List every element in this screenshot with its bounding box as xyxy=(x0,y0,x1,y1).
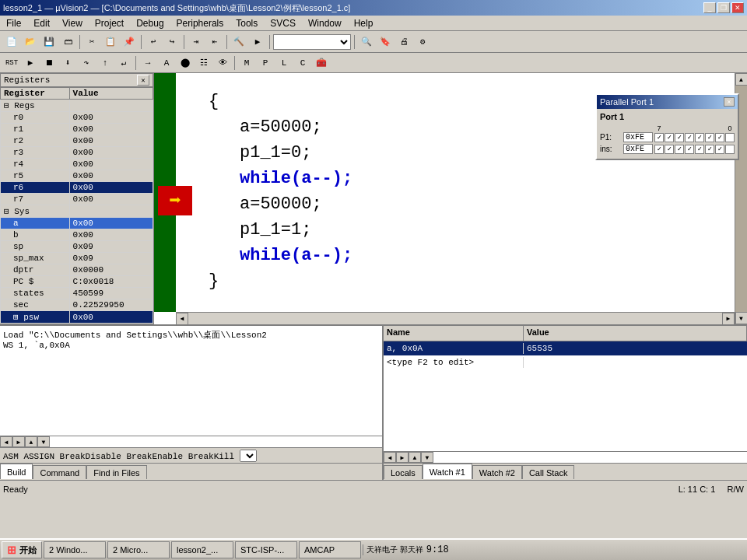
redo-button[interactable]: ↪ xyxy=(163,33,181,51)
step-button[interactable]: ⬇ xyxy=(59,54,76,72)
debug-button[interactable]: ▶ xyxy=(249,33,266,51)
print-button[interactable]: 🖨 xyxy=(395,33,412,51)
step-over-button[interactable]: ↷ xyxy=(78,54,95,72)
open-button[interactable]: 📂 xyxy=(22,33,39,51)
bookmark-button[interactable]: 🔖 xyxy=(377,33,394,51)
step-out-button[interactable]: ↑ xyxy=(96,54,114,72)
p1-bit3[interactable]: ✓ xyxy=(695,133,704,142)
ins-bit7[interactable]: ✓ xyxy=(654,145,664,154)
paste-button[interactable]: 📌 xyxy=(121,33,138,51)
new-button[interactable]: 📄 xyxy=(3,33,20,51)
taskbar-stcisp[interactable]: STC-ISP-... xyxy=(235,541,297,558)
menu-tools[interactable]: Tools xyxy=(233,17,261,30)
run-button[interactable]: ▶ xyxy=(22,54,39,72)
tab-build[interactable]: Build xyxy=(0,464,33,479)
taskbar-micro-label: 2 Micro... xyxy=(113,545,148,555)
ins-value-input[interactable] xyxy=(623,144,653,154)
p1-bit0[interactable] xyxy=(725,133,735,142)
minimize-button[interactable]: _ xyxy=(703,2,716,13)
menu-edit[interactable]: Edit xyxy=(30,17,53,30)
p1-bit5[interactable]: ✓ xyxy=(675,133,684,142)
indent-button[interactable]: ⇥ xyxy=(188,33,205,51)
p1-bit6[interactable]: ✓ xyxy=(665,133,674,142)
p1-bit4[interactable]: ✓ xyxy=(685,133,694,142)
ins-bit4[interactable]: ✓ xyxy=(685,145,694,154)
hscroll-right[interactable]: ▶ xyxy=(722,313,735,325)
copy-button[interactable]: 📋 xyxy=(102,33,119,51)
build-button[interactable]: 🔨 xyxy=(230,33,247,51)
save-all-button[interactable]: 🗃 xyxy=(59,33,76,51)
ins-bit0[interactable] xyxy=(725,145,735,154)
breakpoint-toggle[interactable]: ⬤ xyxy=(177,54,194,72)
search-button[interactable]: 🔍 xyxy=(358,33,375,51)
watch-window[interactable]: 👁 xyxy=(214,54,231,72)
close-button[interactable]: ✕ xyxy=(731,2,744,13)
vscroll-down[interactable]: ▼ xyxy=(735,312,748,324)
ins-bit3[interactable]: ✓ xyxy=(695,145,704,154)
p1-bit1[interactable]: ✓ xyxy=(715,133,724,142)
tab-locals[interactable]: Locals xyxy=(384,465,423,479)
toolbox[interactable]: 🧰 xyxy=(313,54,330,72)
cmd-dropdown[interactable] xyxy=(240,450,257,462)
tab-command[interactable]: Command xyxy=(33,465,86,479)
show-next-statement[interactable]: → xyxy=(139,54,156,72)
status-position: L: 11 C: 1 R/W xyxy=(679,485,744,494)
outdent-button[interactable]: ⇤ xyxy=(206,33,223,51)
menu-peripherals[interactable]: Peripherals xyxy=(174,17,227,30)
out-prev-btn[interactable]: ◀ xyxy=(0,436,12,447)
tab-find-in-files[interactable]: Find in Files xyxy=(86,465,146,479)
ins-bit5[interactable]: ✓ xyxy=(675,145,684,154)
out-next-btn[interactable]: ▶ xyxy=(12,436,25,447)
logic-analyzer[interactable]: L xyxy=(275,54,293,72)
watch-row-2[interactable]: <type F2 to edit> xyxy=(384,355,747,369)
watch-down-btn[interactable]: ▼ xyxy=(421,452,433,463)
code-coverage[interactable]: C xyxy=(294,54,311,72)
code-hscroll[interactable]: ◀ ▶ xyxy=(176,312,735,324)
menu-window[interactable]: Window xyxy=(305,17,345,30)
reset-button[interactable]: RST xyxy=(3,54,20,72)
restore-button[interactable]: ❐ xyxy=(717,2,730,13)
save-button[interactable]: 💾 xyxy=(40,33,58,51)
menu-help[interactable]: Help xyxy=(351,17,377,30)
out-up-btn[interactable]: ▲ xyxy=(25,436,37,447)
tab-watch2[interactable]: Watch #2 xyxy=(472,465,522,479)
memory-window[interactable]: M xyxy=(238,54,255,72)
ins-bit1[interactable]: ✓ xyxy=(715,145,724,154)
taskbar-windows[interactable]: 2 Windo... xyxy=(44,541,106,558)
target-dropdown[interactable] xyxy=(273,34,351,50)
menu-project[interactable]: Project xyxy=(92,17,127,30)
run-to-cursor-button[interactable]: ↵ xyxy=(115,54,132,72)
taskbar-amcap[interactable]: AMCAP xyxy=(299,541,361,558)
p1-bit2[interactable]: ✓ xyxy=(705,133,714,142)
menu-file[interactable]: File xyxy=(3,17,24,30)
hscroll-left[interactable]: ◀ xyxy=(176,313,188,325)
p1-value-input[interactable] xyxy=(623,132,653,142)
ins-bit2[interactable]: ✓ xyxy=(705,145,714,154)
watch-up-btn[interactable]: ▲ xyxy=(409,452,421,463)
reg-b-value: 0x00 xyxy=(69,229,153,241)
watch-row-1[interactable]: a, 0x0A 65535 xyxy=(384,341,747,355)
peripherals-button[interactable]: ⚙ xyxy=(414,33,431,51)
perf-analyzer[interactable]: P xyxy=(257,54,274,72)
stop-button[interactable]: ⏹ xyxy=(40,54,58,72)
tab-callstack[interactable]: Call Stack xyxy=(522,465,575,479)
enable-disable-asm[interactable]: A xyxy=(158,54,175,72)
dialog-close-button[interactable]: × xyxy=(724,97,735,107)
vscroll-up[interactable]: ▲ xyxy=(735,73,748,86)
start-button[interactable]: ⊞ 开始 xyxy=(2,541,42,558)
taskbar-lesson[interactable]: lesson2_... xyxy=(171,541,233,558)
watch-prev-btn[interactable]: ◀ xyxy=(384,452,396,463)
undo-button[interactable]: ↩ xyxy=(145,33,162,51)
ins-bit6[interactable]: ✓ xyxy=(665,145,674,154)
taskbar-micro[interactable]: 2 Micro... xyxy=(107,541,170,558)
out-down-btn[interactable]: ▼ xyxy=(37,436,50,447)
menu-debug[interactable]: Debug xyxy=(133,17,167,30)
menu-view[interactable]: View xyxy=(59,17,86,30)
watch-next-btn[interactable]: ▶ xyxy=(396,452,409,463)
breakpoints-window[interactable]: ☷ xyxy=(195,54,212,72)
p1-bit7[interactable]: ✓ xyxy=(654,133,664,142)
register-panel-close[interactable]: ✕ xyxy=(137,75,149,86)
cut-button[interactable]: ✂ xyxy=(83,33,100,51)
tab-watch1[interactable]: Watch #1 xyxy=(423,464,472,479)
menu-svcs[interactable]: SVCS xyxy=(267,17,299,30)
